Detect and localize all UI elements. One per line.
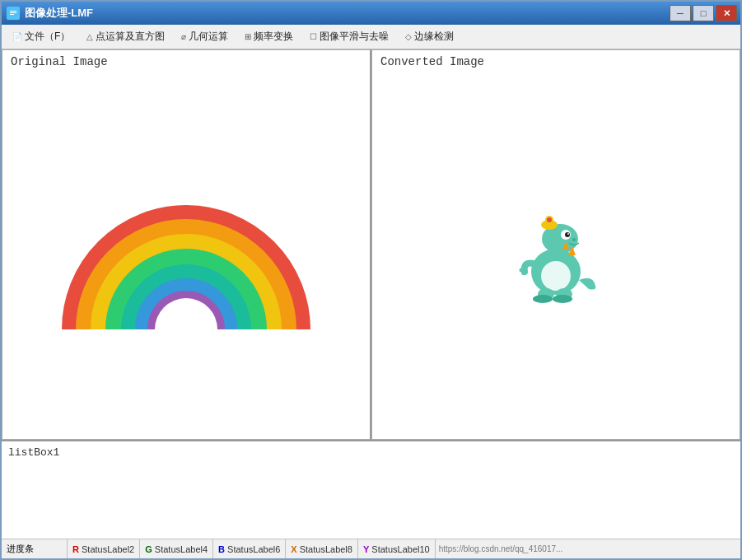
status10-label: StatusLabel10 (371, 544, 429, 554)
original-image-panel: Original Image (2, 49, 371, 440)
g-label: G (145, 544, 152, 554)
converted-image-label: Converted Image (372, 50, 740, 72)
progress-label: 进度条 (7, 543, 34, 555)
converted-image-panel: Converted Image (371, 49, 740, 440)
r-label: R (72, 544, 79, 554)
listbox-area[interactable]: listBox1 (2, 440, 740, 539)
converted-image-display (372, 72, 740, 439)
file-icon: 📄 (12, 32, 22, 41)
svg-rect-3 (10, 14, 14, 15)
menu-file[interactable]: 📄 文件（F） (5, 26, 77, 47)
menu-point-ops-label: 点运算及直方图 (96, 30, 165, 44)
x-label: X (291, 544, 296, 554)
window-title: 图像处理-LMF (25, 6, 93, 21)
original-image-display (2, 72, 370, 439)
menu-geo-ops[interactable]: ⌀ 几何运算 (174, 26, 236, 47)
status-url: https://blog.csdn.net/qq_416017... (436, 544, 740, 553)
svg-point-11 (572, 238, 576, 241)
menu-freq-transform-label: 频率变换 (254, 30, 293, 44)
svg-point-5 (541, 261, 571, 291)
status2-label: StatusLabel2 (82, 544, 134, 554)
window-controls: ─ □ ✕ (670, 5, 737, 21)
maximize-button[interactable]: □ (693, 5, 714, 21)
svg-point-18 (553, 295, 572, 303)
menu-smooth-denoise[interactable]: ☐ 图像平滑与去噪 (302, 26, 396, 47)
status4-label: StatusLabel4 (155, 544, 208, 554)
menu-freq-transform[interactable]: ⊞ 频率变换 (237, 26, 301, 47)
menu-file-label: 文件（F） (25, 30, 70, 44)
status-b-section: B StatusLabel6 (213, 539, 286, 558)
app-icon (7, 7, 20, 20)
minimize-button[interactable]: ─ (670, 5, 691, 21)
b-label: B (218, 544, 225, 554)
menu-edge-detect[interactable]: ◇ 边缘检测 (398, 26, 461, 47)
svg-point-22 (520, 268, 524, 273)
listbox-label: listBox1 (8, 446, 59, 459)
original-image-label: Original Image (2, 50, 370, 72)
progress-bar-section: 进度条 (2, 539, 68, 558)
smooth-icon: ☐ (310, 32, 317, 41)
menu-geo-ops-label: 几何运算 (189, 30, 228, 44)
menu-point-ops[interactable]: △ 点运算及直方图 (79, 26, 172, 47)
status6-label: StatusLabel6 (227, 544, 280, 554)
menu-edge-label: 边缘检测 (414, 30, 454, 44)
svg-rect-1 (10, 12, 16, 13)
svg-point-17 (533, 295, 553, 303)
geo-ops-icon: ⌀ (181, 32, 186, 41)
image-panels: Original Image (2, 49, 740, 440)
content-area: Original Image (2, 49, 740, 539)
dino-image (506, 202, 605, 309)
rainbow-image (54, 173, 318, 338)
statusbar: 进度条 R StatusLabel2 G StatusLabel4 B Stat… (2, 539, 740, 558)
svg-rect-2 (10, 11, 16, 12)
close-button[interactable]: ✕ (716, 5, 737, 21)
status-g-section: G StatusLabel4 (140, 539, 213, 558)
menubar: 📄 文件（F） △ 点运算及直方图 ⌀ 几何运算 ⊞ 频率变换 ☐ 图像平滑与去… (2, 25, 740, 49)
main-window: 图像处理-LMF ─ □ ✕ 📄 文件（F） △ 点运算及直方图 ⌀ 几何运算 … (0, 0, 742, 560)
svg-point-9 (565, 232, 570, 237)
status-x-section: X StatusLabel8 (286, 539, 358, 558)
menu-smooth-label: 图像平滑与去噪 (320, 30, 389, 44)
status8-label: StatusLabel8 (300, 544, 352, 554)
freq-transform-icon: ⊞ (245, 32, 251, 41)
svg-point-10 (567, 233, 569, 235)
titlebar: 图像处理-LMF ─ □ ✕ (2, 2, 740, 25)
status-r-section: R StatusLabel2 (68, 539, 140, 558)
y-label: Y (363, 544, 369, 554)
point-ops-icon: △ (86, 32, 93, 41)
status-y-section: Y StatusLabel10 (358, 539, 436, 558)
titlebar-left: 图像处理-LMF (7, 6, 93, 21)
edge-icon: ◇ (405, 32, 412, 41)
svg-point-14 (547, 217, 552, 222)
